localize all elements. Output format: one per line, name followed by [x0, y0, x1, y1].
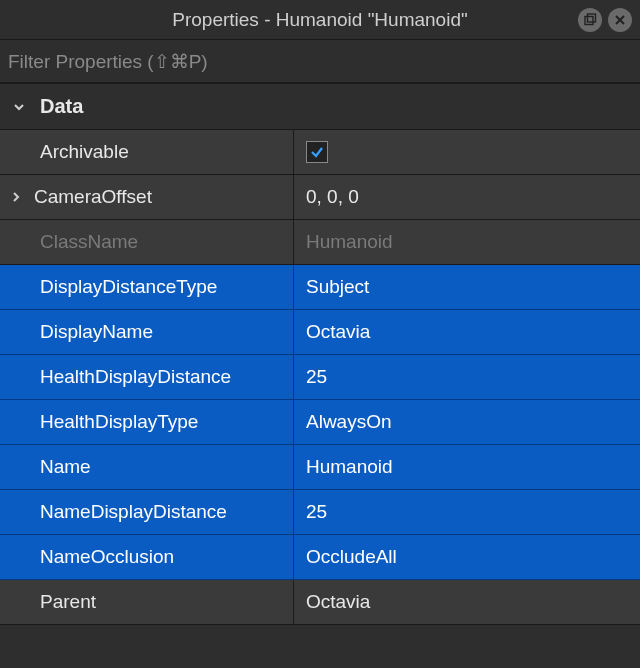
- value-cameraoffset[interactable]: 0, 0, 0: [294, 175, 640, 219]
- chevron-down-icon: [10, 98, 28, 116]
- row-displaydistancetype[interactable]: DisplayDistanceType Subject: [0, 265, 640, 310]
- label-parent: Parent: [0, 580, 294, 624]
- row-healthdisplaytype[interactable]: HealthDisplayType AlwaysOn: [0, 400, 640, 445]
- panel-title: Properties - Humanoid "Humanoid": [172, 9, 467, 31]
- row-classname: ClassName Humanoid: [0, 220, 640, 265]
- value-displayname[interactable]: Octavia: [294, 310, 640, 354]
- value-archivable[interactable]: [294, 130, 640, 174]
- section-header-data[interactable]: Data: [0, 84, 640, 130]
- value-namedisplaydistance[interactable]: 25: [294, 490, 640, 534]
- svg-rect-1: [587, 14, 595, 22]
- label-healthdisplaydistance: HealthDisplayDistance: [0, 355, 294, 399]
- value-classname: Humanoid: [294, 220, 640, 264]
- row-displayname[interactable]: DisplayName Octavia: [0, 310, 640, 355]
- titlebar-buttons: [578, 8, 632, 32]
- properties-panel: Properties - Humanoid "Humanoid" Filter …: [0, 0, 640, 668]
- label-cameraoffset-text: CameraOffset: [34, 186, 152, 208]
- value-displaydistancetype[interactable]: Subject: [294, 265, 640, 309]
- svg-rect-0: [585, 17, 593, 25]
- row-nameocclusion[interactable]: NameOcclusion OccludeAll: [0, 535, 640, 580]
- checkbox-archivable[interactable]: [306, 141, 328, 163]
- label-nameocclusion: NameOcclusion: [0, 535, 294, 579]
- value-parent[interactable]: Octavia: [294, 580, 640, 624]
- row-namedisplaydistance[interactable]: NameDisplayDistance 25: [0, 490, 640, 535]
- popout-icon: [584, 13, 597, 26]
- check-icon: [309, 144, 325, 160]
- label-healthdisplaytype: HealthDisplayType: [0, 400, 294, 444]
- close-button[interactable]: [608, 8, 632, 32]
- row-parent[interactable]: Parent Octavia: [0, 580, 640, 625]
- label-classname: ClassName: [0, 220, 294, 264]
- titlebar: Properties - Humanoid "Humanoid": [0, 0, 640, 40]
- close-icon: [614, 14, 626, 26]
- value-healthdisplaytype[interactable]: AlwaysOn: [294, 400, 640, 444]
- row-cameraoffset[interactable]: CameraOffset 0, 0, 0: [0, 175, 640, 220]
- row-archivable[interactable]: Archivable: [0, 130, 640, 175]
- row-healthdisplaydistance[interactable]: HealthDisplayDistance 25: [0, 355, 640, 400]
- row-name[interactable]: Name Humanoid: [0, 445, 640, 490]
- label-name: Name: [0, 445, 294, 489]
- section-title: Data: [40, 95, 83, 118]
- value-name[interactable]: Humanoid: [294, 445, 640, 489]
- filter-row[interactable]: Filter Properties (⇧⌘P): [0, 40, 640, 84]
- value-healthdisplaydistance[interactable]: 25: [294, 355, 640, 399]
- label-namedisplaydistance: NameDisplayDistance: [0, 490, 294, 534]
- label-cameraoffset: CameraOffset: [0, 175, 294, 219]
- label-displaydistancetype: DisplayDistanceType: [0, 265, 294, 309]
- filter-placeholder: Filter Properties (⇧⌘P): [8, 50, 208, 73]
- chevron-right-icon[interactable]: [10, 191, 34, 203]
- value-nameocclusion[interactable]: OccludeAll: [294, 535, 640, 579]
- popout-button[interactable]: [578, 8, 602, 32]
- label-displayname: DisplayName: [0, 310, 294, 354]
- label-archivable: Archivable: [0, 130, 294, 174]
- property-grid: Archivable CameraOffset 0, 0, 0: [0, 130, 640, 625]
